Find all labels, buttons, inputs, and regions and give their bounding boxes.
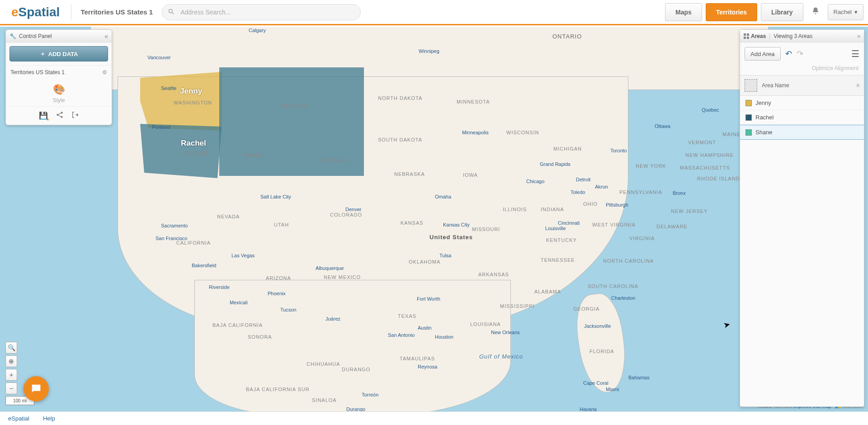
user-menu[interactable]: Rachel ▾ — [828, 4, 863, 20]
city-havana: Havana — [580, 406, 597, 411]
control-panel-header[interactable]: 🔧 Control Panel « — [6, 30, 112, 42]
label-bcn: BAJA CALIFORNIA — [212, 322, 263, 328]
territory-label-rachel: Rachel — [181, 139, 206, 148]
nav-maps[interactable]: Maps — [665, 3, 702, 21]
city-mexicali: Mexicali — [230, 300, 248, 305]
label-northcarolina: NORTH CAROLINA — [603, 258, 654, 264]
label-tamaulipas: TAMAULIPAS — [400, 356, 435, 361]
city-charleston: Charleston — [611, 295, 635, 301]
label-illinois: ILLINOIS — [503, 207, 527, 212]
label-washington: WASHINGTON — [174, 100, 212, 105]
zoom-in-button[interactable]: + — [5, 369, 17, 381]
city-omaha: Omaha — [435, 194, 451, 199]
city-bahamas: Bahamas — [628, 375, 649, 380]
city-grandrapids: Grand Rapids — [540, 161, 571, 167]
svg-line-1 — [172, 12, 174, 14]
label-tennessee: TENNESSEE — [541, 257, 575, 263]
svg-point-2 — [57, 114, 58, 116]
menu-icon[interactable]: ☰ — [851, 48, 859, 59]
redo-icon[interactable]: ↷ — [797, 49, 803, 59]
label-kansas: KANSAS — [401, 220, 424, 226]
label-georgia: GEORGIA — [573, 306, 599, 312]
select-all-box[interactable] — [745, 79, 757, 92]
swatch-icon — [745, 129, 752, 136]
label-sonora: SONORA — [248, 334, 272, 340]
city-denver: Denver — [345, 207, 361, 212]
label-ohio: OHIO — [583, 201, 598, 207]
city-lasvegas: Las Vegas — [231, 253, 255, 258]
area-row-label: Jenny — [755, 99, 771, 106]
area-row-rachel[interactable]: Rachel — [740, 110, 864, 125]
optimize-alignment[interactable]: Optimize Alignment — [740, 65, 864, 75]
label-idaho: IDAHO — [244, 152, 262, 158]
city-neworleans: New Orleans — [491, 330, 520, 335]
add-data-label: ADD DATA — [48, 51, 78, 57]
layer-row[interactable]: Territories US States 1 ⚙ — [6, 65, 112, 79]
zoom-out-button[interactable]: − — [5, 382, 17, 394]
area-row-shane[interactable]: Shane — [740, 125, 864, 140]
city-jacksonville: Jacksonville — [584, 323, 611, 329]
city-sanfrancisco: San Francisco — [156, 236, 187, 241]
save-icon[interactable]: 💾 — [39, 111, 48, 120]
city-capecoral: Cape Coral — [583, 380, 609, 386]
label-mississippi: MISSISSIPPI — [500, 303, 534, 309]
collapse-icon[interactable]: « — [104, 33, 108, 40]
share-icon[interactable] — [56, 111, 63, 120]
city-miami: Miami — [606, 387, 619, 392]
label-chihuahua: CHIHUAHUA — [307, 361, 340, 367]
exit-icon[interactable] — [71, 111, 79, 120]
map-canvas[interactable]: Jenny Rachel WASHINGTON OREGON IDAHO MON… — [0, 27, 868, 411]
label-newhampshire: NEW HAMPSHIRE — [685, 152, 734, 158]
city-akron: Akron — [595, 184, 608, 189]
palette-icon: 🎨 — [53, 84, 65, 95]
svg-point-0 — [169, 9, 173, 13]
label-massachusetts: MASSACHUSETTS — [680, 165, 730, 170]
label-texas: TEXAS — [398, 313, 416, 319]
nav-territories[interactable]: Territories — [706, 3, 757, 21]
plus-icon: ＋ — [40, 50, 46, 58]
nav-library[interactable]: Library — [761, 3, 803, 21]
footer-brand[interactable]: eSpatial — [8, 415, 29, 422]
gear-icon[interactable]: ⚙ — [102, 69, 107, 76]
territory-label-jenny: Jenny — [180, 87, 202, 96]
column-menu-icon[interactable]: ≡ — [856, 82, 859, 89]
style-section[interactable]: 🎨 Style — [6, 79, 112, 106]
city-albuquerque: Albuquerque — [316, 265, 344, 271]
areas-panel-header: Areas Viewing 3 Areas » — [740, 30, 864, 42]
label-minnesota: MINNESOTA — [457, 99, 490, 104]
label-rhodeisland: RHODE ISLAND — [697, 176, 740, 181]
add-area-button[interactable]: Add Area — [745, 47, 781, 61]
undo-icon[interactable]: ↶ — [785, 49, 792, 59]
label-oregon: OREGON — [183, 151, 208, 156]
control-panel-title: Control Panel — [19, 33, 52, 39]
label-florida: FLORIDA — [590, 349, 614, 354]
zoom-region-icon[interactable]: 🔍 — [5, 342, 17, 354]
locate-icon[interactable]: ⊕ — [5, 355, 17, 367]
bell-icon[interactable] — [807, 7, 824, 17]
location-pin-icon — [167, 8, 175, 17]
logo-e: e — [11, 5, 19, 19]
city-sacramento: Sacramento — [161, 223, 188, 228]
label-newmexico: NEW MEXICO — [324, 274, 361, 280]
svg-point-3 — [61, 112, 63, 113]
area-row-jenny[interactable]: Jenny — [740, 96, 864, 110]
search-input[interactable] — [162, 4, 361, 20]
label-sinaloa: SINALOA — [312, 397, 337, 403]
city-tulsa: Tulsa — [439, 253, 452, 258]
city-fortworth: Fort Worth — [417, 296, 440, 302]
areas-viewing: Viewing 3 Areas — [774, 33, 812, 39]
footer-help[interactable]: Help — [43, 415, 55, 422]
label-iowa: IOWA — [463, 172, 478, 178]
label-oklahoma: OKLAHOMA — [409, 259, 440, 264]
areas-tab[interactable]: Areas — [744, 33, 770, 39]
city-louisville: Louisville — [545, 226, 566, 231]
svg-rect-8 — [747, 37, 749, 39]
expand-icon[interactable]: » — [857, 33, 860, 39]
city-houston: Houston — [435, 334, 453, 340]
area-row-label: Shane — [755, 129, 773, 136]
add-data-button[interactable]: ＋ ADD DATA — [9, 46, 108, 61]
territory-rachel-oregon[interactable] — [140, 124, 222, 178]
logo-spatial: Spatial — [19, 5, 60, 19]
label-newyork: NEW YORK — [636, 163, 666, 169]
chat-button[interactable] — [24, 376, 49, 401]
